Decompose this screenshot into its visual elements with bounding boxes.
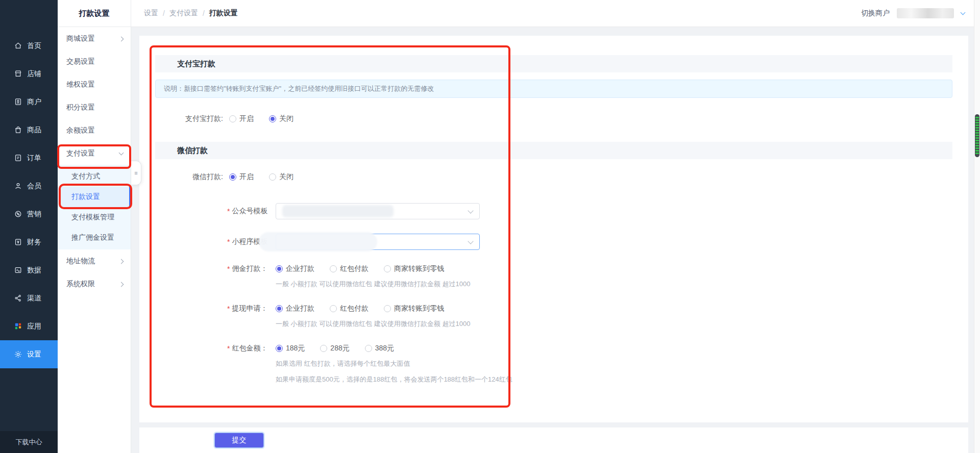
collapse-menu-icon: ≡ xyxy=(134,170,137,176)
wechat-section-header: 微信打款 xyxy=(155,142,952,159)
mp-template-label: * 公众号模板 xyxy=(227,207,276,216)
submit-button[interactable]: 提交 xyxy=(214,433,264,448)
commission-radio-enterprise[interactable]: 企业打款 xyxy=(276,264,314,273)
alipay-section-header: 支付宝打款 xyxy=(155,55,952,72)
menu-item-trade-settings[interactable]: 交易设置 xyxy=(58,50,131,73)
breadcrumb-separator: / xyxy=(163,9,165,17)
wechat-radio-on[interactable]: 开启 xyxy=(229,172,254,182)
commission-payout-row: * 佣金打款： 企业打款 红包付款 xyxy=(227,264,952,273)
withdraw-helper-text: 一般 小额打款 可以使用微信红包 建议使用微信打款金额 超过1000 xyxy=(276,319,952,329)
submenu-item-payment-template[interactable]: 支付模板管理 xyxy=(58,207,131,228)
topbar: 设置 / 支付设置 / 打款设置 切换商户 xyxy=(131,0,980,27)
primary-sidebar: 首页 店铺 商户 商品 订单 会员 营销 财务 xyxy=(0,0,58,453)
withdraw-radio-enterprise[interactable]: 企业打款 xyxy=(276,304,314,313)
redpacket-amount-block: * 红包金额： 188元 288元 xyxy=(227,344,952,384)
alipay-radio-off[interactable]: 关闭 xyxy=(269,114,293,123)
breadcrumb-current: 打款设置 xyxy=(209,9,238,18)
sidebar-item-label: 商户 xyxy=(27,97,41,107)
sidebar-item-members[interactable]: 会员 xyxy=(0,172,58,200)
radio-unchecked-icon xyxy=(384,305,391,312)
wechat-toggle-label: 微信打款: xyxy=(176,172,223,182)
settings-submenu: 打款设置 商城设置 交易设置 维权设置 积分设置 余额设置 支付设置 支付方式 … xyxy=(58,0,131,453)
chevron-down-icon xyxy=(119,150,124,155)
breadcrumb: 设置 / 支付设置 / 打款设置 xyxy=(144,9,238,18)
apps-icon xyxy=(14,322,22,331)
withdraw-radio-transfer[interactable]: 商家转账到零钱 xyxy=(384,304,444,313)
breadcrumb-payment-settings[interactable]: 支付设置 xyxy=(169,9,198,18)
wechat-radio-off[interactable]: 关闭 xyxy=(269,172,293,182)
payout-settings-card: 支付宝打款 说明：新接口需签约"转账到支付宝账户"，之前已经签约使用旧接口可以正… xyxy=(139,36,968,422)
sidebar-item-goods[interactable]: 商品 xyxy=(0,116,58,144)
menu-item-system-permissions[interactable]: 系统权限 xyxy=(58,272,131,295)
radio-checked-icon xyxy=(276,345,283,352)
submenu-title: 打款设置 xyxy=(58,0,131,27)
sidebar-collapse-handle[interactable]: ≡ xyxy=(131,161,141,185)
redpacket-radio-188[interactable]: 188元 xyxy=(276,344,305,353)
sidebar-item-orders[interactable]: 订单 xyxy=(0,144,58,172)
menu-item-balance-settings[interactable]: 余额设置 xyxy=(58,119,131,142)
mini-template-select[interactable] xyxy=(276,234,480,250)
mp-template-select[interactable] xyxy=(276,203,480,219)
menu-item-points-settings[interactable]: 积分设置 xyxy=(58,96,131,119)
switch-merchant-link[interactable]: 切换商户 xyxy=(861,9,890,18)
channel-icon xyxy=(14,294,22,303)
merchant-icon xyxy=(14,97,22,106)
menu-item-payment-settings[interactable]: 支付设置 xyxy=(58,142,131,165)
sidebar-item-home[interactable]: 首页 xyxy=(0,32,58,60)
radio-unchecked-icon xyxy=(384,265,391,272)
redpacket-helper-text-2: 如果申请额度是500元，选择的是188红包，将会发送两个188红包和一个124红… xyxy=(276,375,952,384)
radio-checked-icon xyxy=(269,115,276,122)
sidebar-item-label: 店铺 xyxy=(27,69,41,79)
submenu-item-payment-methods[interactable]: 支付方式 xyxy=(58,166,131,187)
redpacket-radio-288[interactable]: 288元 xyxy=(320,344,349,353)
chevron-down-icon[interactable] xyxy=(961,10,966,15)
sidebar-item-finance[interactable]: 财务 xyxy=(0,228,58,256)
submenu-item-promo-commission[interactable]: 推广佣金设置 xyxy=(58,228,131,248)
sidebar-item-shop[interactable]: 店铺 xyxy=(0,60,58,88)
withdraw-radio-redpacket[interactable]: 红包付款 xyxy=(330,304,369,313)
sidebar-item-settings[interactable]: 设置 xyxy=(0,340,58,368)
menu-item-address-logistics[interactable]: 地址物流 xyxy=(58,249,131,272)
required-asterisk: * xyxy=(227,305,230,313)
menu-item-mall-settings[interactable]: 商城设置 xyxy=(58,27,131,50)
withdraw-request-block: * 提现申请： 企业打款 红包付款 xyxy=(227,304,952,329)
withdraw-request-label: * 提现申请： xyxy=(227,304,276,313)
scrollbar-thumb[interactable] xyxy=(975,114,979,157)
chevron-right-icon xyxy=(119,259,124,264)
sidebar-item-label: 营销 xyxy=(27,210,41,219)
wechat-form: * 公众号模板 * 小程序模板 xyxy=(227,203,952,384)
sidebar-item-merchant[interactable]: 商户 xyxy=(0,88,58,116)
required-asterisk: * xyxy=(227,238,230,246)
workspace: 设置 / 支付设置 / 打款设置 切换商户 支付宝打款 说明：新接口需签约"转账… xyxy=(131,0,980,453)
submenu-item-payout-settings[interactable]: 打款设置 xyxy=(58,187,131,207)
form-footer: 提交 xyxy=(139,427,968,453)
redpacket-radio-388[interactable]: 388元 xyxy=(365,344,394,353)
menu-item-rights-settings[interactable]: 维权设置 xyxy=(58,73,131,96)
finance-icon xyxy=(14,238,22,246)
sidebar-item-channel[interactable]: 渠道 xyxy=(0,284,58,312)
orders-icon xyxy=(14,154,22,162)
sidebar-item-label: 数据 xyxy=(27,266,41,275)
alipay-radio-on[interactable]: 开启 xyxy=(229,114,254,123)
members-icon xyxy=(14,182,22,190)
sidebar-item-data[interactable]: 数据 xyxy=(0,256,58,284)
sidebar-item-marketing[interactable]: 营销 xyxy=(0,200,58,228)
alipay-toggle-label: 支付宝打款: xyxy=(176,114,223,123)
download-center-link[interactable]: 下载中心 xyxy=(0,431,58,453)
sidebar-item-label: 应用 xyxy=(27,322,41,331)
selected-value-redacted xyxy=(282,205,394,217)
chevron-down-icon xyxy=(468,208,473,213)
radio-unchecked-icon xyxy=(229,115,236,122)
chevron-right-icon xyxy=(119,282,124,287)
home-icon xyxy=(14,41,22,50)
withdraw-request-row: * 提现申请： 企业打款 红包付款 xyxy=(227,304,952,313)
sidebar-item-apps[interactable]: 应用 xyxy=(0,312,58,340)
commission-radio-transfer[interactable]: 商家转账到零钱 xyxy=(384,264,444,273)
mp-template-row: * 公众号模板 xyxy=(227,203,952,219)
content-area: 支付宝打款 说明：新接口需签约"转账到支付宝账户"，之前已经签约使用旧接口可以正… xyxy=(131,27,980,453)
settings-gear-icon xyxy=(14,350,22,359)
page-scrollbar[interactable] xyxy=(974,0,980,453)
breadcrumb-settings[interactable]: 设置 xyxy=(144,9,158,18)
required-asterisk: * xyxy=(227,265,230,273)
commission-radio-redpacket[interactable]: 红包付款 xyxy=(330,264,369,273)
